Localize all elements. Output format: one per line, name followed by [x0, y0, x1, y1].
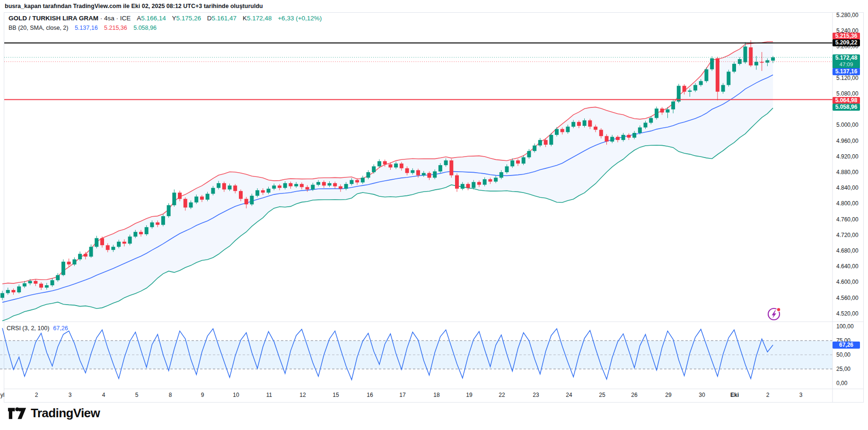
time-axis-label: 3	[799, 392, 803, 398]
time-axis-label: 9	[201, 392, 204, 398]
time-axis-label: 18	[433, 392, 439, 398]
symbol-name[interactable]: GOLD / TURKISH LIRA GRAM	[9, 15, 98, 22]
time-axis-label: yl	[0, 392, 5, 398]
bollinger-bands	[2, 42, 773, 321]
countdown-timer: 47:09	[833, 61, 860, 68]
axis-label: 4.680,00	[836, 247, 859, 254]
time-axis-label: 24	[566, 392, 572, 398]
crsi-indicator-header[interactable]: CRSI (3, 2, 100)67,26	[7, 325, 68, 332]
time-axis-label: 23	[533, 392, 539, 398]
horizontal-line-badge: 5.209,22	[833, 39, 860, 46]
time-axis-label: 19	[466, 392, 472, 398]
axis-label: 100,00	[836, 323, 854, 330]
high-value: 5.175,26	[176, 15, 201, 22]
time-axis-label: 3	[69, 392, 72, 398]
bb-indicator-name[interactable]: BB (20, SMA, close, 2)	[9, 25, 68, 31]
crsi-indicator	[0, 328, 833, 380]
time-axis-label: 15	[333, 392, 339, 398]
axis-label: 4.760,00	[836, 216, 859, 223]
axis-label: 4.560,00	[836, 295, 859, 301]
crsi-name[interactable]: CRSI (3, 2, 100)	[7, 325, 49, 332]
time-axis-label: 26	[631, 392, 637, 398]
time-axis-label: 2	[766, 392, 770, 398]
bb-lower-value: 5.058,96	[133, 25, 157, 31]
interval-label[interactable]: 4sa	[104, 15, 114, 22]
crsi-value: 67,26	[53, 325, 68, 332]
axis-label: 4.720,00	[836, 232, 859, 238]
time-axis-label: 17	[399, 392, 405, 398]
tradingview-logo-icon	[8, 406, 26, 421]
axis-label: 5.000,00	[836, 122, 859, 128]
notification-dot	[777, 308, 780, 312]
axis-label: 50,00	[836, 351, 850, 358]
time-axis-label: 22	[499, 392, 505, 398]
crsi-value-badge: 67,26	[833, 342, 860, 349]
close-label: K	[243, 15, 247, 22]
exchange-label: ICE	[120, 15, 131, 22]
open-label: A	[137, 15, 141, 22]
low-value: 5.161,47	[212, 15, 237, 22]
axis-label: 4.960,00	[836, 138, 859, 144]
axis-label: 5.280,00	[836, 12, 859, 18]
axis-label: 0,00	[836, 380, 847, 386]
time-axis-label: 4	[102, 392, 105, 398]
tradingview-logo-text: TradingView	[31, 406, 100, 421]
time-axis-label: 8	[169, 392, 172, 398]
axis-label: 5.120,00	[836, 75, 859, 81]
axis-label: 4.840,00	[836, 184, 859, 191]
bb-basis-badge: 5.137,16	[833, 68, 860, 75]
close-value: 5.172,48	[247, 15, 272, 22]
time-axis-label: 30	[699, 392, 705, 398]
symbol-header[interactable]: GOLD / TURKISH LIRA GRAM · 4sa · ICE A5.…	[9, 15, 322, 22]
low-label: D	[207, 15, 212, 22]
axis-label: 4.800,00	[836, 200, 859, 207]
last-price-badge: 5.172,4847:09	[833, 54, 860, 69]
support-line-badge: 5.064,98	[833, 97, 860, 104]
time-axis-label: 12	[299, 392, 306, 398]
axis-label: 4.600,00	[836, 279, 859, 285]
axis-label: 4.880,00	[836, 169, 859, 176]
time-axis-label: Eki	[730, 392, 739, 398]
bb-upper-badge: 5.215,36	[833, 33, 860, 40]
time-axis-label: 16	[367, 392, 373, 398]
bb-basis-value: 5.137,16	[75, 25, 98, 31]
tradingview-logo[interactable]: TradingView	[8, 406, 100, 421]
time-axis-label: 29	[665, 392, 671, 398]
bb-upper-value: 5.215,36	[104, 25, 127, 31]
time-axis-label: 25	[599, 392, 605, 398]
open-value: 5.166,14	[141, 15, 166, 22]
time-axis-label: 2	[35, 392, 38, 398]
axis-label: 4.920,00	[836, 153, 859, 160]
time-axis-label: 10	[233, 392, 239, 398]
change-value: +6,33 (+0,12%)	[278, 15, 322, 22]
bb-lower-badge: 5.058,96	[833, 104, 860, 111]
tradingview-screenshot: busra_kapan tarafından TradingView.com i…	[0, 0, 868, 430]
time-axis-label: 11	[266, 392, 272, 398]
bb-indicator-header[interactable]: BB (20, SMA, close, 2) 5.137,16 5.215,36…	[9, 25, 157, 31]
axis-label: 25,00	[836, 366, 850, 372]
axis-label: 4.640,00	[836, 263, 859, 270]
axis-label: 5.080,00	[836, 90, 859, 97]
chart-canvas[interactable]	[0, 0, 868, 430]
axis-label: 4.520,00	[836, 310, 859, 317]
time-axis-label: 5	[135, 392, 139, 398]
flash-icon[interactable]	[768, 308, 780, 320]
